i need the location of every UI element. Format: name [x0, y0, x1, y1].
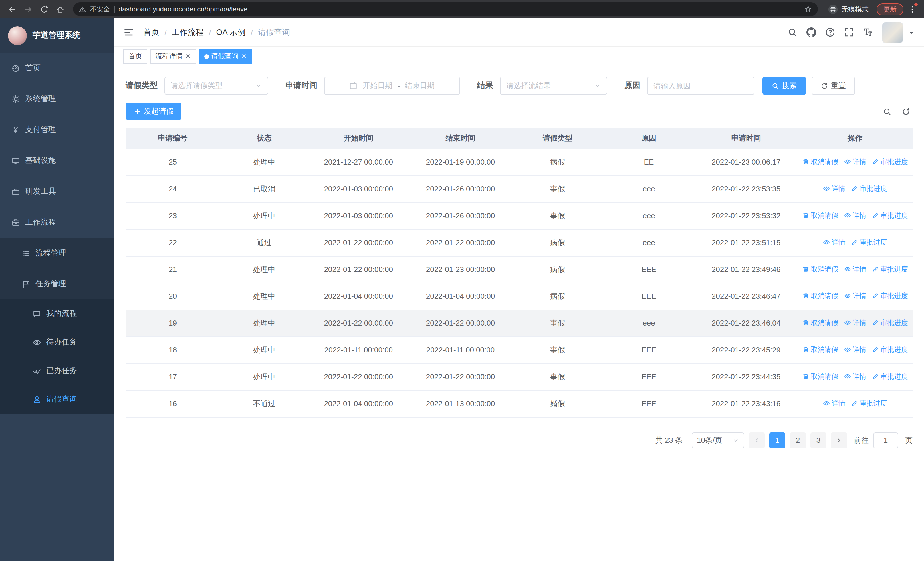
search-icon[interactable]: [788, 27, 797, 37]
close-icon[interactable]: [185, 53, 191, 59]
prev-page-button[interactable]: [749, 432, 765, 448]
table-row[interactable]: 25处理中2021-12-27 00:00:002022-01-19 00:00…: [126, 149, 913, 175]
action-detail-link[interactable]: 详情: [844, 265, 866, 274]
sidebar-item-my-process[interactable]: 我的流程: [0, 299, 114, 328]
action-cancel-link[interactable]: 取消请假: [802, 372, 838, 382]
page-button-1[interactable]: 1: [770, 432, 785, 448]
chevron-up-icon: [98, 219, 104, 226]
result-select[interactable]: 请选择流结果: [500, 77, 607, 95]
page-button-3[interactable]: 3: [810, 432, 826, 448]
goto-page-input[interactable]: [873, 432, 898, 448]
plus-icon: [134, 108, 141, 115]
breadcrumb-item[interactable]: OA 示例: [216, 27, 246, 38]
action-cancel-link[interactable]: 取消请假: [802, 291, 838, 301]
sidebar-item-infra[interactable]: 基础设施: [0, 145, 114, 176]
breadcrumb: 首页/工作流程/OA 示例/请假查询: [143, 27, 788, 38]
reload-icon[interactable]: [36, 2, 51, 17]
tab-leave-query[interactable]: 请假查询: [199, 49, 252, 64]
table-row[interactable]: 22通过2022-01-22 00:00:002022-01-22 00:00:…: [126, 229, 913, 256]
address-bar[interactable]: 不安全 dashboard.yudao.iocoder.cn/bpm/oa/le…: [73, 2, 818, 16]
forward-icon[interactable]: [21, 2, 35, 17]
next-page-button[interactable]: [831, 432, 847, 448]
action-detail-link[interactable]: 详情: [823, 184, 846, 194]
tab-home[interactable]: 首页: [123, 49, 147, 64]
action-detail-link[interactable]: 详情: [844, 345, 866, 355]
search-button[interactable]: 搜索: [762, 77, 806, 95]
reset-button[interactable]: 重置: [812, 77, 855, 95]
leave-type-select[interactable]: 请选择请假类型: [164, 77, 268, 95]
back-icon[interactable]: [4, 2, 20, 17]
action-detail-link[interactable]: 详情: [844, 291, 866, 301]
table-row[interactable]: 24已取消2022-01-03 00:00:002022-01-26 00:00…: [126, 175, 913, 202]
action-detail-link[interactable]: 详情: [823, 238, 846, 247]
sidebar-item-todo-tasks[interactable]: 待办任务: [0, 328, 114, 356]
action-progress-link[interactable]: 审批进度: [851, 184, 887, 194]
action-detail-link[interactable]: 详情: [844, 318, 866, 328]
delete-icon: [802, 293, 809, 300]
sidebar-item-label: 工作流程: [25, 217, 93, 227]
start-date-placeholder[interactable]: 开始日期: [363, 81, 392, 91]
bookmark-star-icon[interactable]: [804, 5, 812, 13]
breadcrumb-item[interactable]: 首页: [143, 27, 159, 38]
breadcrumb-item[interactable]: 工作流程: [172, 27, 204, 38]
cell-id: 19: [126, 310, 220, 337]
refresh-table-icon[interactable]: [902, 107, 910, 116]
help-icon[interactable]: [825, 27, 835, 37]
action-progress-link[interactable]: 审批进度: [872, 211, 908, 221]
action-detail-link[interactable]: 详情: [823, 399, 846, 409]
end-date-placeholder[interactable]: 结束日期: [405, 81, 435, 91]
table-row[interactable]: 18处理中2022-01-11 00:00:002022-01-11 00:00…: [126, 337, 913, 363]
create-leave-button[interactable]: 发起请假: [126, 103, 182, 120]
table-row[interactable]: 16不通过2022-01-04 00:00:002022-01-13 00:00…: [126, 390, 913, 417]
sidebar-item-leave-query[interactable]: 请假查询: [0, 385, 114, 414]
page-size-select[interactable]: 10条/页: [692, 432, 744, 448]
action-detail-link[interactable]: 详情: [844, 372, 866, 382]
sidebar-item-process-mgmt[interactable]: 流程管理: [0, 238, 114, 269]
action-progress-link[interactable]: 审批进度: [851, 238, 887, 247]
action-progress-link[interactable]: 审批进度: [872, 265, 908, 274]
sidebar-item-done-tasks[interactable]: 已办任务: [0, 356, 114, 385]
action-cancel-link[interactable]: 取消请假: [802, 157, 838, 167]
table-row[interactable]: 19处理中2022-01-22 00:00:002022-01-22 00:00…: [126, 310, 913, 337]
fullscreen-icon[interactable]: [844, 27, 854, 37]
action-detail-link[interactable]: 详情: [844, 211, 866, 221]
sidebar-item-task-mgmt[interactable]: 任务管理: [0, 269, 114, 299]
action-progress-link[interactable]: 审批进度: [872, 372, 908, 382]
table-row[interactable]: 20处理中2022-01-04 00:00:002022-01-04 00:00…: [126, 283, 913, 310]
action-cancel-link[interactable]: 取消请假: [802, 211, 838, 221]
collapse-sidebar-icon[interactable]: [123, 27, 134, 38]
sidebar-item-home[interactable]: 首页: [0, 53, 114, 83]
caret-down-icon[interactable]: [908, 29, 915, 36]
tab-process-detail[interactable]: 流程详情: [150, 49, 196, 64]
github-icon[interactable]: [806, 27, 816, 37]
browser-menu-icon[interactable]: [904, 2, 920, 17]
action-cancel-link[interactable]: 取消请假: [802, 345, 838, 355]
action-cancel-link[interactable]: 取消请假: [802, 265, 838, 274]
action-progress-link[interactable]: 审批进度: [851, 399, 887, 409]
avatar[interactable]: [882, 21, 903, 43]
table-row[interactable]: 23处理中2022-01-03 00:00:002022-01-26 00:00…: [126, 202, 913, 229]
action-progress-link[interactable]: 审批进度: [872, 345, 908, 355]
action-progress-link[interactable]: 审批进度: [872, 318, 908, 328]
table-row[interactable]: 17处理中2022-01-22 00:00:002022-01-22 00:00…: [126, 363, 913, 390]
action-detail-link[interactable]: 详情: [844, 157, 866, 167]
reason-input[interactable]: [647, 77, 754, 95]
close-icon[interactable]: [241, 53, 247, 59]
page-button-2[interactable]: 2: [790, 432, 806, 448]
sidebar-item-workflow[interactable]: 工作流程: [0, 207, 114, 238]
table-row[interactable]: 21处理中2022-01-22 00:00:002022-01-23 00:00…: [126, 256, 913, 283]
sidebar-item-system[interactable]: 系统管理: [0, 83, 114, 114]
toggle-search-icon[interactable]: [883, 107, 891, 116]
apply-time-range[interactable]: 开始日期 - 结束日期: [324, 77, 460, 95]
action-progress-link[interactable]: 审批进度: [872, 157, 908, 167]
action-cancel-link[interactable]: 取消请假: [802, 318, 838, 328]
security-label[interactable]: 不安全: [90, 5, 110, 14]
home-icon[interactable]: [52, 2, 68, 17]
url-text[interactable]: dashboard.yudao.iocoder.cn/bpm/oa/leave: [118, 5, 800, 13]
update-button[interactable]: 更新: [877, 3, 903, 15]
breadcrumb-separator: /: [209, 28, 211, 37]
font-size-icon[interactable]: [863, 27, 873, 37]
sidebar-item-devtools[interactable]: 研发工具: [0, 176, 114, 207]
sidebar-item-payment[interactable]: 支付管理: [0, 114, 114, 145]
action-progress-link[interactable]: 审批进度: [872, 291, 908, 301]
